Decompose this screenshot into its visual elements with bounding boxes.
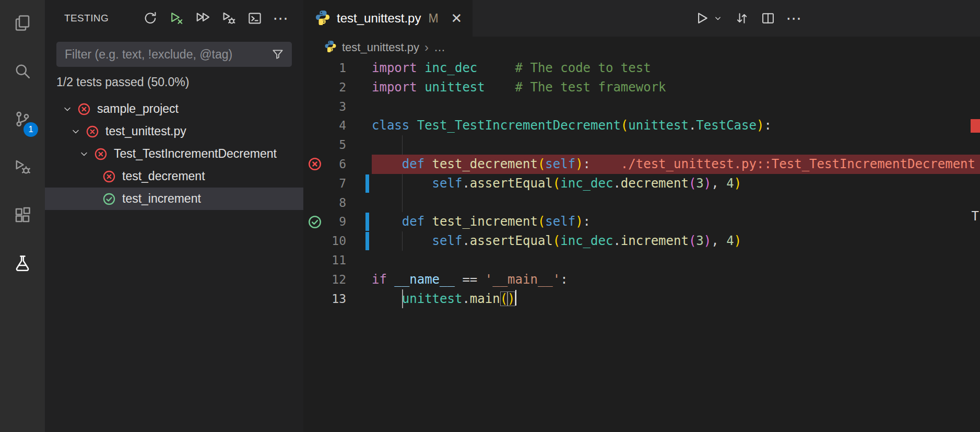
indent-guide — [402, 231, 403, 251]
explorer-icon — [13, 14, 32, 34]
line-number: 9 — [326, 212, 346, 231]
line-number: 5 — [326, 135, 346, 155]
git-gutter-spacer — [346, 78, 372, 97]
line-number: 4 — [326, 116, 346, 135]
test-filter-box — [56, 42, 292, 67]
chevron-down-icon[interactable] — [67, 123, 85, 141]
code-line-content[interactable]: class Test_TestIncrementDecrement(unitte… — [372, 116, 980, 135]
gutter-spacer — [303, 97, 326, 116]
filter-icon[interactable] — [271, 48, 285, 61]
code-line-content[interactable]: if __name__ == '__main__': — [372, 270, 980, 289]
code-line-6[interactable]: 6 def test_decrement(self): ./test_unitt… — [303, 155, 980, 174]
code-line-12[interactable]: 12if __name__ == '__main__': — [303, 270, 980, 289]
python-icon — [324, 40, 337, 55]
more-actions-icon[interactable]: ⋯ — [784, 8, 805, 29]
code-line-1[interactable]: 1import inc_dec # The code to test — [303, 59, 980, 78]
git-modified-gutter — [346, 212, 372, 231]
line-number: 11 — [326, 251, 346, 270]
gutter-test-failed-icon[interactable] — [303, 155, 326, 174]
run-failed-tests-icon[interactable] — [166, 7, 187, 29]
code-line-content[interactable]: import inc_dec # The code to test — [372, 59, 980, 78]
test-status-text: 1/2 tests passed (50.0%) — [56, 75, 292, 89]
gutter-spacer — [303, 231, 326, 251]
tab-test-unittest[interactable]: test_unittest.py M ✕ — [303, 0, 473, 37]
split-editor-icon[interactable] — [758, 8, 778, 29]
code-line-content[interactable]: def test_decrement(self): ./test_unittes… — [372, 155, 980, 174]
test-failed-icon — [85, 124, 100, 139]
git-gutter-spacer — [346, 116, 372, 135]
code-line-3[interactable]: 3 — [303, 97, 980, 116]
code-line-content[interactable]: import unittest # The test framework — [372, 78, 980, 97]
gutter-spacer — [303, 193, 326, 213]
code-editor[interactable]: 1import inc_dec # The code to test2impor… — [303, 59, 980, 432]
scm-badge: 1 — [23, 122, 38, 137]
tree-item-test_decrement[interactable]: test_decrement — [45, 165, 303, 188]
activity-search[interactable] — [0, 48, 45, 96]
code-line-content[interactable] — [372, 251, 980, 270]
gutter-spacer — [303, 270, 326, 289]
show-output-icon[interactable] — [244, 7, 266, 29]
test-failed-icon — [76, 101, 92, 117]
line-number: 2 — [326, 78, 346, 97]
code-text: class Test_TestIncrementDecrement(unitte… — [372, 118, 772, 133]
git-gutter-spacer — [346, 193, 372, 213]
code-line-11[interactable]: 11 — [303, 251, 980, 270]
open-changes-icon[interactable] — [731, 8, 752, 29]
breadcrumb-file[interactable]: test_unittest.py — [342, 41, 419, 54]
code-line-9[interactable]: 9 def test_increment(self): — [303, 212, 980, 231]
activity-run-and-debug[interactable] — [0, 144, 45, 192]
tree-item-test_unittest.py[interactable]: test_unittest.py — [45, 120, 303, 143]
extensions-icon — [13, 206, 32, 227]
tab-bar: test_unittest.py M ✕ ⋯ — [303, 0, 980, 37]
code-line-content[interactable]: def test_increment(self): — [372, 212, 980, 231]
close-icon[interactable]: ✕ — [451, 10, 463, 27]
code-line-4[interactable]: 4class Test_TestIncrementDecrement(unitt… — [303, 116, 980, 135]
text-cursor — [515, 290, 517, 306]
code-text: self.assertEqual(inc_dec.decrement(3), 4… — [372, 176, 741, 191]
run-python-file-icon[interactable] — [692, 8, 713, 29]
chevron-down-icon[interactable] — [58, 100, 76, 118]
code-line-5[interactable]: 5 — [303, 135, 980, 155]
testing-sidebar: TESTING ⋯ 1/2 tests passed (50.0%) sampl… — [45, 0, 303, 432]
run-dropdown-icon[interactable] — [712, 8, 724, 29]
breadcrumb-symbol[interactable]: … — [434, 41, 445, 54]
activity-extensions[interactable] — [0, 192, 45, 240]
code-line-content[interactable]: self.assertEqual(inc_dec.increment(3), 4… — [372, 231, 980, 251]
code-line-10[interactable]: 10 self.assertEqual(inc_dec.increment(3)… — [303, 231, 980, 251]
more-actions-icon[interactable]: ⋯ — [270, 7, 292, 29]
code-line-content[interactable] — [372, 193, 980, 213]
vscode-window: 1 TESTING ⋯ 1/2 tests passed (50.0%) sam… — [0, 0, 980, 432]
testing-toolbar: ⋯ — [139, 7, 292, 29]
code-text: def test_increment(self): — [372, 214, 591, 229]
editor-actions: ⋯ — [692, 0, 805, 37]
code-line-content[interactable] — [372, 97, 980, 116]
line-number: 1 — [326, 59, 346, 78]
debug-tests-icon[interactable] — [218, 7, 240, 29]
run-all-tests-icon[interactable] — [192, 7, 214, 29]
activity-testing[interactable] — [0, 240, 45, 288]
chevron-down-icon[interactable] — [75, 145, 93, 163]
tree-item-label: test_increment — [122, 192, 201, 206]
code-line-8[interactable]: 8 — [303, 193, 980, 213]
gutter-test-passed-icon[interactable] — [303, 212, 326, 231]
gutter-spacer — [303, 78, 326, 97]
code-line-7[interactable]: 7 self.assertEqual(inc_dec.decrement(3),… — [303, 174, 980, 193]
activity-source-control[interactable]: 1 — [0, 96, 45, 144]
code-line-content[interactable]: self.assertEqual(inc_dec.decrement(3), 4… — [372, 174, 980, 193]
tree-item-sample_project[interactable]: sample_project — [45, 98, 303, 120]
code-line-2[interactable]: 2import unittest # The test framework — [303, 78, 980, 97]
gutter-spacer — [303, 59, 326, 78]
code-line-content[interactable]: unittest.main() — [372, 289, 980, 309]
tree-item-Test_TestIncrementDecrement[interactable]: Test_TestIncrementDecrement — [45, 143, 303, 165]
line-number: 10 — [326, 231, 346, 251]
tree-item-test_increment[interactable]: test_increment — [45, 188, 303, 210]
test-filter-input[interactable] — [64, 47, 271, 62]
git-gutter-spacer — [346, 289, 372, 309]
line-number: 7 — [326, 174, 346, 193]
code-line-content[interactable] — [372, 135, 980, 155]
breadcrumb[interactable]: test_unittest.py › … — [303, 37, 980, 59]
gutter-spacer — [303, 116, 326, 135]
refresh-tests-icon[interactable] — [139, 7, 161, 29]
activity-explorer[interactable] — [0, 0, 45, 48]
code-line-13[interactable]: 13 unittest.main() — [303, 289, 980, 309]
